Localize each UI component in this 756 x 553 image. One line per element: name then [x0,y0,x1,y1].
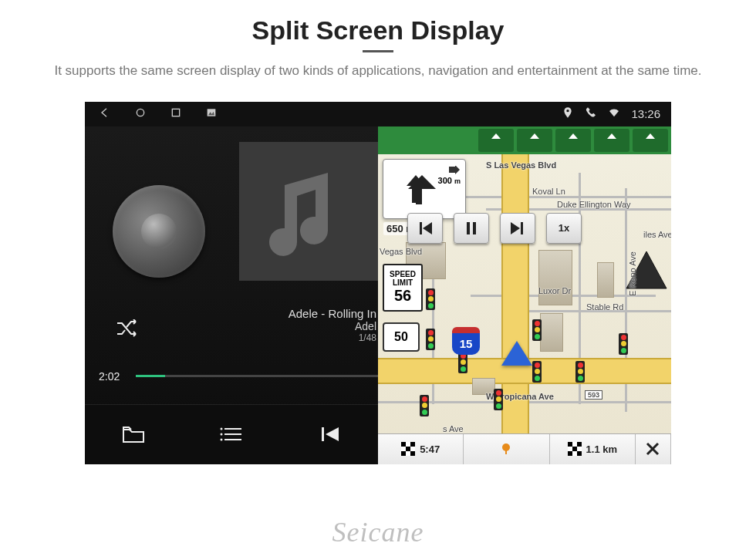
page-subtitle: It supports the same screen display of t… [46,62,710,80]
street-label: Vegas Blvd [380,247,422,256]
svg-rect-12 [467,222,470,234]
traffic-light-icon [426,329,435,350]
waypoint-pin-icon [500,443,512,455]
next-turn-sign[interactable]: 300 m 650 m [383,159,466,219]
lane-arrow [517,129,552,152]
street-label: Stable Rd [586,302,623,312]
track-title: Adele - Rolling In [85,307,378,320]
wifi-icon [608,106,620,121]
traffic-light-icon [619,333,628,355]
lane-arrow [633,129,668,152]
lane-arrow [478,129,514,152]
title-underline [363,50,393,52]
turn-dist-unit: m [454,177,461,185]
street-label: Duke Ellington Way [557,200,631,209]
picture-icon[interactable] [205,106,218,121]
progress-fill [136,375,165,377]
street-label: S Las Vegas Blvd [486,160,556,170]
street-label: Luxor Dr [538,286,571,295]
checkered-flag-icon [401,442,415,456]
traffic-light-icon [532,361,542,383]
svg-rect-16 [410,442,415,447]
turn-dist-value: 300 [438,176,452,185]
svg-point-7 [221,428,223,430]
distance-segment[interactable]: 1.1 km [550,434,636,464]
street-label: Koval Ln [532,187,565,196]
phone-icon [585,106,597,121]
svg-rect-15 [401,442,406,447]
svg-point-0 [137,110,143,116]
nav-bottom-bar: 5:47 1.1 km [378,433,671,464]
street-label: iles Ave [643,230,671,239]
map-next-button[interactable] [500,213,535,244]
svg-rect-25 [572,447,577,451]
traffic-light-icon [458,352,467,373]
device-screenshot: 13:26 Adele - Rolling In Adel 1/48 2:02 [85,102,671,464]
map-media-controls: 1x [407,213,582,244]
folder-button[interactable] [85,405,183,464]
map-pause-button[interactable] [454,213,489,244]
distance-value: 1.1 [586,443,600,455]
playlist-button[interactable] [183,405,281,464]
playback-speed-button[interactable]: 1x [546,213,582,244]
turn-right-small-icon [448,166,461,177]
svg-rect-17 [406,447,410,451]
svg-rect-24 [577,442,582,447]
svg-rect-1 [172,110,179,116]
us-route-shield: 50 [383,322,420,352]
speed-label-2: LIMIT [393,278,413,287]
recents-icon[interactable] [170,106,182,121]
svg-rect-23 [568,442,572,447]
lane-arrow [594,129,629,152]
page-title: Split Screen Display [31,15,725,46]
elapsed-time: 2:02 [99,370,127,383]
traffic-light-icon [575,361,585,383]
player-bottom-bar [85,404,378,464]
music-player-pane: Adele - Rolling In Adel 1/48 2:02 [85,126,378,464]
track-artist: Adel [85,320,378,332]
building [538,250,572,305]
street-label: E Reno Ave [628,251,637,296]
speed-label-1: SPEED [390,270,416,278]
joystick-control[interactable] [113,185,205,278]
svg-point-9 [221,439,223,441]
street-label: s Ave [443,424,464,433]
svg-rect-18 [401,451,406,456]
interstate-shield: 15 [452,327,480,355]
map-prev-button[interactable] [407,213,443,244]
album-art-placeholder [239,142,378,281]
waypoint-segment[interactable] [464,434,549,464]
previous-track-button[interactable] [280,405,378,464]
brand-watermark: Seicane [0,516,756,548]
checkered-flag-icon [568,442,582,456]
progress-bar[interactable] [136,375,378,377]
back-icon[interactable] [99,106,111,121]
navigation-pane: S Las Vegas Blvd Koval Ln Duke Ellington… [378,126,671,464]
lane-guidance-bar [378,126,671,154]
home-icon[interactable] [134,106,147,121]
traffic-light-icon [494,389,503,410]
distance-unit: km [602,443,617,455]
svg-point-8 [221,433,223,436]
traffic-light-icon [426,288,435,310]
eta-segment[interactable]: 5:47 [378,434,464,464]
svg-rect-13 [473,222,476,234]
svg-rect-21 [505,450,507,454]
svg-rect-19 [410,451,415,456]
nav-close-button[interactable] [636,434,671,464]
traffic-light-icon [532,319,542,341]
track-count: 1/48 [85,332,378,343]
traffic-light-icon [420,395,429,416]
svg-rect-11 [412,189,420,203]
clock: 13:26 [631,107,660,120]
lane-arrow [555,129,591,152]
close-icon [646,442,660,456]
eta-value: 5:47 [420,443,440,455]
location-icon [562,106,574,121]
status-bar: 13:26 [85,102,671,126]
vehicle-cursor-icon [501,341,532,366]
music-note-icon [266,165,351,258]
svg-rect-27 [577,451,582,456]
speed-value: 56 [394,287,411,305]
svg-rect-26 [568,451,572,456]
